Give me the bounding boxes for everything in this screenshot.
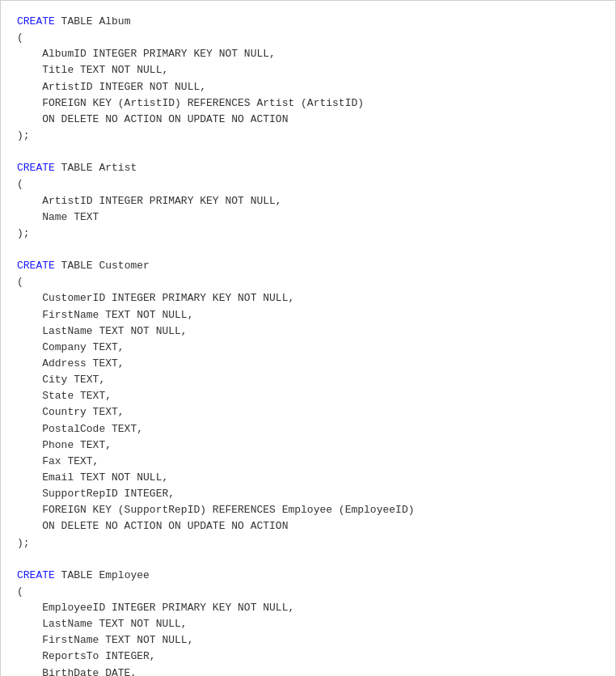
keyword-create-1: CREATE bbox=[17, 15, 55, 27]
sql-code: CREATE TABLE Album ( AlbumID INTEGER PRI… bbox=[1, 7, 615, 676]
code-container: CREATE TABLE Album ( AlbumID INTEGER PRI… bbox=[0, 0, 616, 676]
keyword-create-2: CREATE bbox=[17, 162, 55, 174]
keyword-create-3: CREATE bbox=[17, 260, 55, 272]
keyword-create-4: CREATE bbox=[17, 569, 55, 581]
